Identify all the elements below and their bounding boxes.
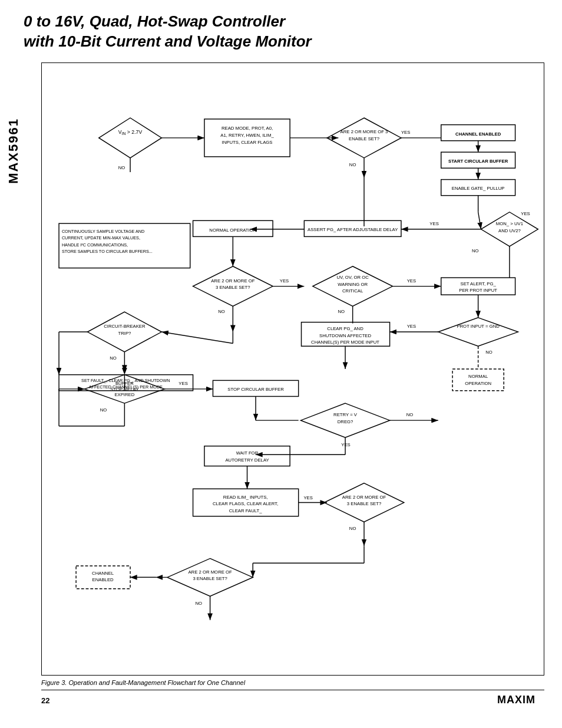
- svg-text:NO: NO: [349, 526, 356, 531]
- svg-text:STOP CIRCULAR BUFFER: STOP CIRCULAR BUFFER: [227, 386, 284, 391]
- svg-text:YES: YES: [341, 442, 350, 447]
- brand-logo: MAXIM: [497, 693, 544, 709]
- svg-text:CLEAR PG_ AND: CLEAR PG_ AND: [327, 326, 363, 331]
- page-number: 22: [41, 696, 49, 705]
- svg-text:PER PROT INPUT: PER PROT INPUT: [459, 288, 497, 293]
- svg-text:YES: YES: [407, 324, 416, 329]
- page-container: 0 to 16V, Quad, Hot-Swap Controller with…: [0, 0, 562, 728]
- svg-text:ARE 2 OR MORE OF: ARE 2 OR MORE OF: [188, 569, 232, 574]
- svg-text:MAXIM: MAXIM: [497, 694, 535, 706]
- svg-text:CURRENT, UPDATE MIN-MAX VALUES: CURRENT, UPDATE MIN-MAX VALUES,: [62, 235, 140, 241]
- diagram-container: VIN > 2.7V READ MODE, PROT, A0, A1, RETR…: [41, 62, 544, 676]
- svg-text:CHANNEL(S) PER MODE INPUT: CHANNEL(S) PER MODE INPUT: [311, 340, 379, 345]
- svg-text:STORE SAMPLES TO CIRCULAR BUFF: STORE SAMPLES TO CIRCULAR BUFFERS...: [62, 249, 153, 254]
- footer-bar: 22 MAXIM: [41, 690, 544, 709]
- svg-marker-76: [438, 317, 518, 345]
- svg-text:UV, OV, OR OC: UV, OV, OR OC: [336, 275, 369, 280]
- svg-rect-116: [204, 446, 290, 466]
- svg-text:NORMAL OPERATION: NORMAL OPERATION: [209, 227, 256, 232]
- svg-text:NO: NO: [218, 309, 225, 314]
- svg-text:CLEAR FAULT_: CLEAR FAULT_: [229, 508, 262, 513]
- svg-marker-2: [99, 118, 162, 158]
- svg-text:YES: YES: [407, 278, 416, 283]
- svg-text:CONTINUOUSLY SAMPLE VOLTAGE AN: CONTINUOUSLY SAMPLE VOLTAGE AND: [62, 228, 144, 233]
- svg-text:3 ENABLE SET?: 3 ENABLE SET?: [347, 501, 382, 506]
- svg-text:3 ENABLE SET?: 3 ENABLE SET?: [216, 285, 250, 290]
- svg-text:DREG?: DREG?: [338, 419, 353, 424]
- svg-text:NO: NO: [110, 355, 117, 360]
- svg-text:NO: NO: [100, 407, 107, 412]
- svg-text:READ ILIM_ INPUTS,: READ ILIM_ INPUTS,: [223, 494, 268, 499]
- svg-text:CRITICAL: CRITICAL: [342, 288, 363, 294]
- svg-text:READ MODE, PROT, A0,: READ MODE, PROT, A0,: [222, 126, 273, 131]
- svg-text:NORMAL: NORMAL: [468, 373, 488, 378]
- svg-text:CLEAR FLAGS, CLEAR ALERT,: CLEAR FLAGS, CLEAR ALERT,: [213, 501, 278, 506]
- svg-text:ARE 2 OR MORE OF: ARE 2 OR MORE OF: [342, 494, 386, 499]
- svg-text:HANDLE I²C COMMUNICATIONS,: HANDLE I²C COMMUNICATIONS,: [62, 242, 128, 247]
- svg-text:INPUTS, CLEAR FLAGS: INPUTS, CLEAR FLAGS: [222, 139, 273, 144]
- svg-text:NO: NO: [406, 412, 414, 417]
- svg-text:ASSERT PG_ AFTER ADJUSTABLE DE: ASSERT PG_ AFTER ADJUSTABLE DELAY: [308, 226, 398, 232]
- flowchart-svg: VIN > 2.7V READ MODE, PROT, A0, A1, RETR…: [42, 63, 544, 675]
- svg-text:ENABLE SET?: ENABLE SET?: [349, 136, 380, 141]
- svg-text:RETRY = V: RETRY = V: [333, 412, 358, 417]
- svg-text:PROT INPUT = GND: PROT INPUT = GND: [457, 324, 500, 329]
- svg-text:NO: NO: [195, 600, 202, 605]
- svg-text:EXPIRED: EXPIRED: [114, 392, 134, 397]
- svg-text:YES: YES: [521, 210, 530, 216]
- svg-text:SET ALERT, PG_: SET ALERT, PG_: [460, 281, 496, 286]
- svg-text:AUTORETRY DELAY: AUTORETRY DELAY: [225, 457, 269, 462]
- svg-text:START CIRCULAR BUFFER: START CIRCULAR BUFFER: [448, 158, 508, 163]
- svg-text:AND UV2?: AND UV2?: [498, 228, 521, 233]
- svg-text:3 ENABLE SET?: 3 ENABLE SET?: [193, 576, 227, 581]
- svg-text:NO: NO: [338, 309, 345, 314]
- svg-line-68: [161, 332, 233, 343]
- title-section: 0 to 16V, Quad, Hot-Swap Controller with…: [18, 12, 544, 52]
- svg-text:VIN > 2.7V: VIN > 2.7V: [118, 129, 143, 136]
- figure-caption: Figure 3. Operation and Fault-Management…: [41, 679, 544, 686]
- svg-text:TRIP?: TRIP?: [118, 331, 131, 336]
- svg-text:YES: YES: [429, 221, 438, 226]
- page-title: 0 to 16V, Quad, Hot-Swap Controller with…: [24, 12, 544, 52]
- svg-text:CHANNEL: CHANNEL: [92, 570, 114, 575]
- svg-text:OPERATION: OPERATION: [465, 381, 491, 386]
- svg-text:CHANNEL ENABLED: CHANNEL ENABLED: [455, 131, 501, 137]
- svg-text:NO: NO: [485, 349, 492, 354]
- svg-text:NO: NO: [472, 248, 479, 253]
- svg-text:NO: NO: [349, 162, 356, 167]
- svg-text:SHUTDOWN AFFECTED: SHUTDOWN AFFECTED: [319, 332, 371, 338]
- svg-text:YES: YES: [401, 130, 410, 135]
- svg-text:WARNING OR: WARNING OR: [338, 281, 368, 286]
- svg-text:CIRCUIT-BREAKER: CIRCUIT-BREAKER: [104, 324, 146, 329]
- svg-rect-87: [452, 369, 504, 391]
- svg-text:ENABLE GATE_ PULLUP: ENABLE GATE_ PULLUP: [452, 186, 505, 191]
- svg-text:YES: YES: [178, 381, 187, 386]
- svg-line-29: [478, 212, 481, 229]
- svg-text:A1, RETRY, HWEN, ILIM_: A1, RETRY, HWEN, ILIM_: [220, 133, 274, 138]
- sidebar-label: MAX5961: [6, 118, 21, 184]
- svg-text:YES: YES: [280, 278, 289, 283]
- svg-text:ARE 2 OR MORE OF 3: ARE 2 OR MORE OF 3: [340, 129, 388, 134]
- svg-text:NO: NO: [118, 165, 125, 170]
- svg-text:ARE 2 OR MORE OF: ARE 2 OR MORE OF: [211, 278, 255, 283]
- svg-text:MON_ > UV1: MON_ > UV1: [496, 221, 523, 226]
- svg-text:ENABLED: ENABLED: [92, 577, 114, 582]
- svg-text:WAIT FOR: WAIT FOR: [236, 450, 259, 456]
- svg-text:YES: YES: [303, 495, 312, 500]
